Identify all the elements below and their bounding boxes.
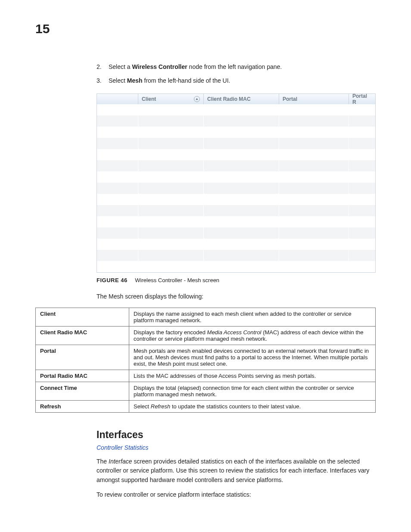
mesh-cell bbox=[279, 160, 349, 171]
mesh-cell bbox=[204, 205, 279, 216]
mesh-header-client-radio-mac[interactable]: Client Radio MAC bbox=[204, 93, 279, 104]
mesh-data-row[interactable] bbox=[97, 104, 375, 115]
mesh-cell bbox=[97, 183, 138, 194]
mesh-cell bbox=[97, 205, 138, 216]
para-italic: Interface bbox=[109, 458, 132, 465]
mesh-cell bbox=[97, 171, 138, 183]
mesh-cell bbox=[279, 194, 349, 205]
sort-asc-icon[interactable]: ▲ bbox=[194, 96, 200, 102]
mesh-cell bbox=[97, 239, 138, 250]
steps-block: 2.Select a Wireless Controller node from… bbox=[97, 62, 376, 86]
controller-statistics-link[interactable]: Controller Statistics bbox=[97, 444, 376, 451]
mesh-data-row[interactable] bbox=[97, 205, 375, 216]
mesh-cell bbox=[349, 127, 375, 138]
mesh-data-row[interactable] bbox=[97, 127, 375, 138]
step-bold: Mesh bbox=[127, 77, 143, 84]
mesh-cell bbox=[204, 250, 279, 261]
step-bold: Wireless Controller bbox=[132, 63, 187, 70]
table-row: Connect TimeDisplays the total (elapsed)… bbox=[36, 382, 376, 400]
mesh-cell bbox=[349, 205, 375, 216]
table-row: PortalMesh portals are mesh enabled devi… bbox=[36, 345, 376, 370]
mesh-cell bbox=[97, 194, 138, 205]
mesh-cell bbox=[349, 216, 375, 227]
mesh-cell bbox=[138, 239, 204, 250]
mesh-cell bbox=[204, 104, 279, 115]
definition-text: Displays the total (elapsed) connection … bbox=[134, 385, 354, 398]
mesh-data-row[interactable] bbox=[97, 216, 375, 227]
mesh-header-client[interactable]: Client ▲ bbox=[138, 93, 204, 104]
mesh-cell bbox=[138, 250, 204, 261]
mesh-cell bbox=[97, 250, 138, 261]
definition-term: Connect Time bbox=[36, 382, 129, 400]
mesh-data-row[interactable] bbox=[97, 194, 375, 205]
definition-desc: Mesh portals are mesh enabled devices co… bbox=[129, 345, 376, 370]
mesh-cell bbox=[349, 104, 375, 115]
definition-desc: Select Refresh to update the statistics … bbox=[129, 400, 376, 412]
mesh-header-row: Client ▲ Client Radio MAC Portal Portal … bbox=[97, 93, 375, 104]
mesh-cell bbox=[349, 149, 375, 160]
mesh-data-row[interactable] bbox=[97, 149, 375, 160]
mesh-cell bbox=[204, 115, 279, 127]
step-text: from the left-hand side of the UI. bbox=[143, 77, 230, 84]
table-row: Portal Radio MACLists the MAC addresses … bbox=[36, 370, 376, 382]
mesh-cell bbox=[279, 216, 349, 227]
definition-term: Refresh bbox=[36, 400, 129, 412]
figure-caption-text: Wireless Controller - Mesh screen bbox=[135, 277, 219, 283]
mesh-intro: The Mesh screen displays the following: bbox=[97, 293, 376, 300]
mesh-cell bbox=[138, 115, 204, 127]
mesh-cell bbox=[204, 239, 279, 250]
mesh-cell bbox=[279, 183, 349, 194]
mesh-cell bbox=[204, 227, 279, 239]
mesh-cell bbox=[138, 261, 204, 272]
mesh-data-row[interactable] bbox=[97, 138, 375, 149]
mesh-data-row[interactable] bbox=[97, 261, 375, 272]
definition-term: Portal bbox=[36, 345, 129, 370]
mesh-header-label: Client Radio MAC bbox=[207, 96, 251, 102]
mesh-cell bbox=[97, 149, 138, 160]
definition-text: Displays the factory encoded bbox=[134, 329, 207, 336]
mesh-cell bbox=[279, 127, 349, 138]
page-number: 15 bbox=[35, 22, 376, 36]
definition-italic: Media Access Control bbox=[207, 329, 262, 336]
mesh-header-label: Portal R bbox=[352, 93, 372, 105]
mesh-cell bbox=[349, 183, 375, 194]
mesh-cell bbox=[204, 138, 279, 149]
definition-italic: Refresh bbox=[151, 403, 171, 410]
mesh-data-row[interactable] bbox=[97, 183, 375, 194]
mesh-data-row[interactable] bbox=[97, 160, 375, 171]
mesh-cell bbox=[349, 138, 375, 149]
step-item: 3.Select Mesh from the left-hand side of… bbox=[97, 76, 376, 85]
mesh-cell bbox=[349, 261, 375, 272]
step-text: Select a bbox=[109, 63, 132, 70]
para-text: screen provides detailed statistics on e… bbox=[97, 458, 369, 483]
mesh-data-row[interactable] bbox=[97, 227, 375, 239]
definition-text: Lists the MAC addresses of those Access … bbox=[134, 373, 316, 379]
mesh-header-blank[interactable] bbox=[97, 93, 138, 104]
mesh-cell bbox=[138, 138, 204, 149]
definition-text: Select bbox=[134, 403, 151, 410]
mesh-cell bbox=[279, 115, 349, 127]
definition-term: Client bbox=[36, 308, 129, 326]
mesh-cell bbox=[349, 115, 375, 127]
mesh-data-row[interactable] bbox=[97, 115, 375, 127]
para-text: The bbox=[97, 458, 109, 465]
mesh-cell bbox=[138, 171, 204, 183]
mesh-cell bbox=[349, 171, 375, 183]
figure-label: FIGURE 46 bbox=[97, 277, 128, 283]
definition-desc: Displays the name assigned to each mesh … bbox=[129, 308, 376, 326]
mesh-header-portal[interactable]: Portal bbox=[279, 93, 349, 104]
step-text: node from the left navigation pane. bbox=[187, 63, 282, 70]
mesh-cell bbox=[138, 127, 204, 138]
definition-text: Displays the name assigned to each mesh … bbox=[134, 311, 352, 324]
mesh-cell bbox=[97, 138, 138, 149]
mesh-data-row[interactable] bbox=[97, 171, 375, 183]
mesh-cell bbox=[97, 115, 138, 127]
mesh-cell bbox=[204, 183, 279, 194]
mesh-cell bbox=[279, 138, 349, 149]
mesh-data-row[interactable] bbox=[97, 250, 375, 261]
mesh-data-row[interactable] bbox=[97, 239, 375, 250]
mesh-cell bbox=[204, 127, 279, 138]
mesh-header-portal-r[interactable]: Portal R bbox=[349, 93, 375, 104]
definition-term: Client Radio MAC bbox=[36, 326, 129, 345]
step-number: 2. bbox=[97, 62, 102, 72]
